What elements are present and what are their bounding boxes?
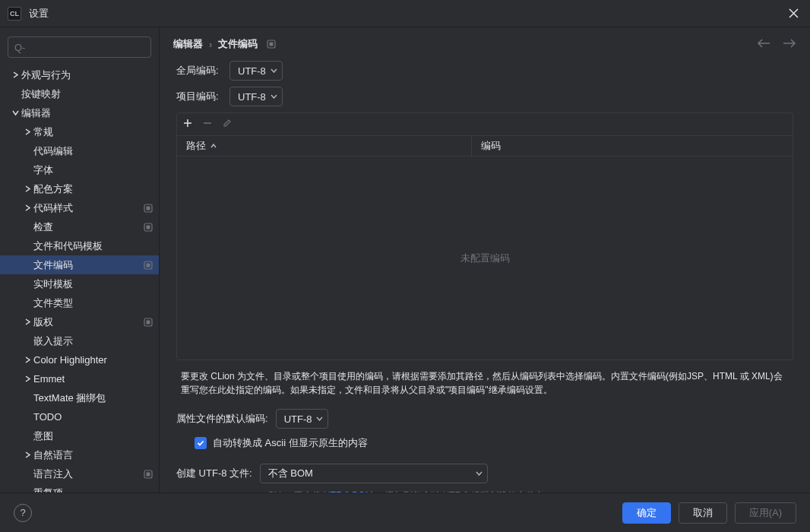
scope-badge-icon [267,40,276,49]
tree-item-label: 实时模板 [33,277,153,291]
chevron-down-icon [316,416,323,421]
svg-rect-5 [147,263,150,267]
tree-item[interactable]: 意图 [0,426,159,445]
tree-item[interactable]: 自然语言 [0,445,159,464]
chevron-down-icon [271,94,277,99]
tree-item-label: 文件编码 [33,258,144,272]
tree-item-label: 常规 [33,125,153,139]
chevron-right-icon[interactable] [21,318,33,325]
tree-item-label: Color Highlighter [33,354,153,366]
breadcrumb-parent[interactable]: 编辑器 [173,37,203,51]
global-encoding-combo[interactable]: UTF-8 [229,61,283,81]
chevron-right-icon[interactable] [9,71,21,78]
tree-item[interactable]: 文件和代码模板 [0,236,159,255]
tree-item[interactable]: Color Highlighter [0,350,159,369]
chevron-down-icon[interactable] [9,109,21,116]
table-toolbar [176,112,793,135]
tree-item[interactable]: 文件类型 [0,293,159,312]
tree-item[interactable]: TODO [0,407,159,426]
tree-item[interactable]: 文件编码 [0,255,159,274]
chevron-right-icon[interactable] [21,128,33,135]
tree-item[interactable]: 实时模板 [0,274,159,293]
project-encoding-combo[interactable]: UTF-8 [229,87,283,106]
breadcrumb: 编辑器 › 文件编码 [173,37,276,51]
tree-item-label: 文件类型 [33,296,153,310]
chevron-right-icon[interactable] [21,451,33,458]
bom-combo[interactable]: 不含 BOM [260,464,488,483]
tree-item-label: TODO [33,411,153,423]
sidebar: Q- 外观与行为按键映射编辑器常规代码编辑字体配色方案代码样式检查文件和代码模板… [0,27,160,492]
app-icon: CL [8,7,21,21]
table-body: 未配置编码 [176,157,793,360]
cancel-button[interactable]: 取消 [679,502,727,524]
tree-item[interactable]: 字体 [0,160,159,179]
project-encoding-label: 项目编码: [176,90,222,103]
edit-button[interactable] [223,119,232,130]
tree-item-label: 按键映射 [21,87,153,101]
help-button[interactable]: ? [14,504,32,522]
table-header: 路径 编码 [176,135,793,157]
ascii-checkbox[interactable] [195,437,207,449]
chevron-right-icon[interactable] [21,185,33,192]
chevron-down-icon [476,471,483,476]
tree-item[interactable]: 代码样式 [0,198,159,217]
tree-item[interactable]: 编辑器 [0,103,159,122]
tree-item[interactable]: 常规 [0,122,159,141]
footer: ? 确定 取消 应用(A) [0,492,810,532]
tree-item-label: 代码样式 [33,201,144,215]
column-path[interactable]: 路径 [177,136,472,156]
forward-button[interactable] [783,39,796,50]
tree-item[interactable]: 版权 [0,312,159,331]
remove-button[interactable] [203,119,212,130]
tree-item-label: 重复项 [33,486,153,493]
back-button[interactable] [757,39,770,50]
tree-item-label: 自然语言 [33,448,153,462]
svg-rect-7 [147,320,150,324]
tree-item-label: 外观与行为 [21,68,153,82]
tree-item[interactable]: 重复项 [0,483,159,492]
ok-button[interactable]: 确定 [622,502,671,524]
tree-item-label: 检查 [33,220,144,234]
svg-rect-3 [147,225,150,229]
titlebar: CL 设置 [0,0,810,27]
props-encoding-label: 属性文件的默认编码: [176,412,268,426]
add-button[interactable] [183,119,192,130]
apply-button[interactable]: 应用(A) [735,502,796,524]
tree-item-label: 版权 [33,315,144,329]
search-input[interactable]: Q- [8,36,151,58]
chevron-right-icon[interactable] [21,356,33,363]
bom-label: 创建 UTF-8 文件: [176,467,252,480]
tree-item[interactable]: 外观与行为 [0,65,159,84]
tree-item[interactable]: 语言注入 [0,464,159,483]
column-encoding[interactable]: 编码 [472,136,510,156]
tree-item[interactable]: 嵌入提示 [0,331,159,350]
svg-rect-11 [270,43,274,46]
chevron-right-icon[interactable] [21,375,33,382]
tree-item[interactable]: 按键映射 [0,84,159,103]
ascii-checkbox-label[interactable]: 自动转换成 Ascii 但显示原生的内容 [213,436,368,450]
scope-badge-icon [144,318,153,327]
main-panel: 编辑器 › 文件编码 全局编码: UTF-8 项目编码: [160,27,810,492]
close-button[interactable] [784,5,802,23]
props-encoding-combo[interactable]: UTF-8 [276,409,329,429]
scope-badge-icon [144,204,153,213]
settings-tree: 外观与行为按键映射编辑器常规代码编辑字体配色方案代码样式检查文件和代码模板文件编… [0,65,159,492]
svg-rect-9 [147,472,150,476]
tree-item-label: 代码编辑 [33,144,153,158]
chevron-right-icon[interactable] [21,204,33,211]
breadcrumb-current: 文件编码 [218,37,258,51]
svg-rect-1 [147,206,150,210]
tree-item[interactable]: 配色方案 [0,179,159,198]
tree-item[interactable]: 代码编辑 [0,141,159,160]
tree-item-label: 意图 [33,429,153,443]
tree-item-label: Emmet [33,373,153,385]
scope-badge-icon [144,223,153,232]
tree-item[interactable]: 检查 [0,217,159,236]
tree-item[interactable]: Emmet [0,369,159,388]
tree-item-label: 配色方案 [33,182,153,196]
scope-badge-icon [144,470,153,479]
help-text: 要更改 CLion 为文件、目录或整个项目使用的编码，请根据需要添加其路径，然后… [181,369,789,397]
empty-text: 未配置编码 [460,252,510,265]
global-encoding-label: 全局编码: [176,64,222,78]
tree-item[interactable]: TextMate 捆绑包 [0,388,159,407]
